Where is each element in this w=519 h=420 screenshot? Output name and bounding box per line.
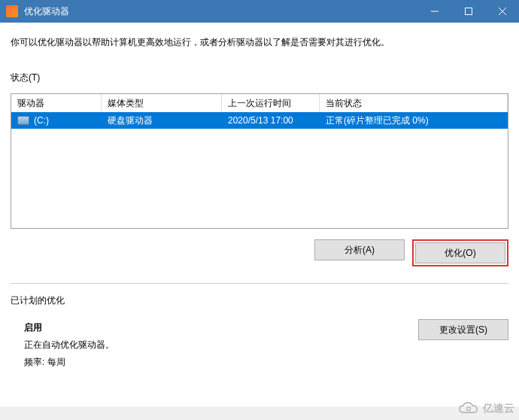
titlebar[interactable]: 优化驱动器 — [0, 0, 519, 23]
description-text: 你可以优化驱动器以帮助计算机更高效地运行，或者分析驱动器以了解是否需要对其进行优… — [11, 36, 508, 49]
maximize-button[interactable] — [451, 0, 485, 23]
schedule-section-label: 已计划的优化 — [11, 294, 508, 307]
window-controls — [417, 0, 519, 23]
drive-name: (C:) — [34, 115, 49, 126]
window-title: 优化驱动器 — [24, 5, 417, 18]
schedule-desc: 正在自动优化驱动器。 — [24, 336, 114, 354]
cell-last-run: 2020/5/13 17:00 — [222, 112, 320, 129]
analyze-button[interactable]: 分析(A) — [314, 239, 405, 260]
col-header-last-run[interactable]: 上一次运行时间 — [222, 94, 320, 112]
col-header-media[interactable]: 媒体类型 — [102, 94, 222, 112]
svg-point-4 — [467, 407, 471, 411]
schedule-freq: 频率: 每周 — [24, 354, 114, 371]
cloud-icon — [457, 402, 480, 415]
col-header-status[interactable]: 当前状态 — [320, 94, 508, 112]
drives-table[interactable]: 驱动器 媒体类型 上一次运行时间 当前状态 (C:) 硬盘驱动器 2020/5/… — [11, 93, 508, 229]
svg-rect-1 — [465, 8, 472, 15]
content-area: 你可以优化驱动器以帮助计算机更高效地运行，或者分析驱动器以了解是否需要对其进行优… — [0, 23, 519, 406]
minimize-icon — [431, 8, 439, 15]
close-button[interactable] — [485, 0, 519, 23]
window: 优化驱动器 你可以优化驱动器以帮助计算机更高效地运行，或者分析驱动器以了解是否需… — [0, 0, 519, 406]
schedule-info: 启用 正在自动优化驱动器。 频率: 每周 — [11, 319, 114, 370]
close-icon — [499, 8, 506, 15]
change-settings-button[interactable]: 更改设置(S) — [418, 319, 508, 340]
maximize-icon — [465, 8, 472, 15]
col-header-drive[interactable]: 驱动器 — [11, 94, 102, 112]
watermark: 亿速云 — [457, 402, 514, 415]
app-icon — [6, 5, 18, 17]
schedule-on-label: 启用 — [24, 319, 114, 336]
cell-drive: (C:) — [11, 112, 102, 129]
optimize-highlight: 优化(O) — [412, 239, 508, 266]
schedule-row: 启用 正在自动优化驱动器。 频率: 每周 更改设置(S) — [11, 319, 508, 370]
minimize-button[interactable] — [417, 0, 451, 23]
table-row[interactable]: (C:) 硬盘驱动器 2020/5/13 17:00 正常(碎片整理已完成 0%… — [11, 112, 508, 129]
table-header: 驱动器 媒体类型 上一次运行时间 当前状态 — [11, 94, 508, 112]
optimize-button[interactable]: 优化(O) — [415, 242, 505, 263]
status-section-label: 状态(T) — [11, 72, 508, 84]
drive-icon — [17, 116, 29, 125]
watermark-text: 亿速云 — [483, 402, 514, 415]
cell-media: 硬盘驱动器 — [102, 112, 222, 129]
divider — [11, 283, 508, 284]
action-button-row: 分析(A) 优化(O) — [11, 239, 508, 266]
cell-status: 正常(碎片整理已完成 0%) — [320, 112, 508, 129]
